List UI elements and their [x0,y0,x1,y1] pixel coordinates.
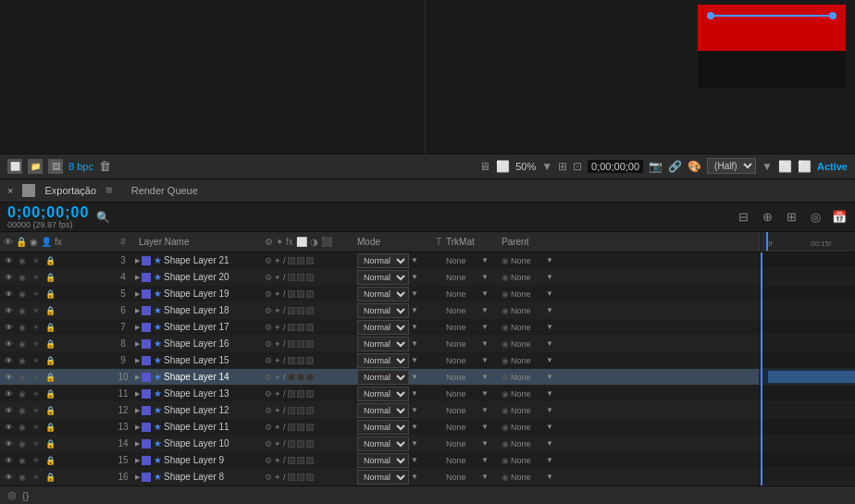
layer-fx-box3[interactable] [306,374,314,381]
parent-link-icon[interactable]: ◉ [502,406,509,415]
timeline-row[interactable] [759,369,855,386]
layer-fx-box3[interactable] [306,324,314,331]
layer-audio-icon[interactable]: ◉ [16,288,29,301]
expand-arrow-icon[interactable]: ▶ [135,374,140,381]
layer-fx-icon1[interactable]: ⚙ [265,289,272,299]
quality-dropdown-arrow[interactable]: ▼ [762,160,773,173]
trkmat-dropdown-arrow[interactable]: ▼ [481,356,489,364]
search-icon[interactable]: 🔍 [96,211,110,224]
layer-fx-box3[interactable] [306,407,314,414]
layer-visibility-icon[interactable]: 👁 [2,471,15,484]
timeline-row[interactable] [759,452,855,469]
timeline-row[interactable] [759,419,855,436]
layer-fx-icon2[interactable]: ✦ [274,423,281,432]
layer-fx-icon2[interactable]: ✦ [274,439,281,449]
layer-fx-box1[interactable] [288,324,295,331]
parent-dropdown-arrow[interactable]: ▼ [546,356,553,364]
comp-icon2[interactable]: 🔗 [668,160,682,173]
timeline-row[interactable] [759,269,855,286]
parent-link-icon[interactable]: ◉ [502,456,509,465]
parent-link-icon[interactable]: ◉ [502,373,509,382]
expand-arrow-icon[interactable]: ▶ [135,324,140,331]
hdr-eye-icon[interactable]: 👁 [4,237,13,247]
layer-mode-dropdown[interactable]: Normal [357,420,409,435]
parent-link-icon[interactable]: ◉ [502,423,509,432]
layer-solo-icon[interactable]: ☀ [30,404,43,417]
parent-link-icon[interactable]: ◉ [502,289,509,299]
layer-lock-icon[interactable]: 🔒 [43,387,56,400]
layer-audio-icon[interactable]: ◉ [16,371,29,384]
parent-dropdown-arrow[interactable]: ▼ [546,423,553,431]
hdr-effect-icon[interactable]: fx [55,237,62,247]
tl-button-3[interactable]: ⊞ [783,209,799,226]
layer-fx-box1[interactable] [288,473,295,481]
layer-fx-icon1[interactable]: ⚙ [265,306,272,315]
toolbar-icon-1[interactable]: ⬜ [7,159,22,174]
layer-fx-icon2[interactable]: ✦ [274,289,281,299]
expand-arrow-icon[interactable]: ▶ [135,307,140,314]
parent-link-icon[interactable]: ◉ [502,389,509,399]
layer-fx-box3[interactable] [306,473,314,481]
view-icon-1[interactable]: ⬜ [778,160,792,173]
layer-solo-icon[interactable]: ☀ [30,338,43,350]
layer-fx-icon1[interactable]: ⚙ [265,389,272,399]
view-icon-2[interactable]: ⬜ [798,160,812,173]
layer-fx-box2[interactable] [297,324,304,331]
trkmat-dropdown-arrow[interactable]: ▼ [481,339,489,348]
layer-audio-icon[interactable]: ◉ [16,304,29,317]
layer-fx-icon2[interactable]: ✦ [274,473,281,482]
layer-visibility-icon[interactable]: 👁 [2,354,15,367]
trkmat-dropdown-arrow[interactable]: ▼ [481,473,489,481]
layer-visibility-icon[interactable]: 👁 [2,404,15,417]
tl-button-4[interactable]: ◎ [807,209,824,226]
parent-link-icon[interactable]: ◉ [502,339,509,349]
layer-lock-icon[interactable]: 🔒 [43,437,56,450]
layer-fx-box2[interactable] [297,424,304,431]
parent-dropdown-arrow[interactable]: ▼ [546,406,553,414]
layer-fx-icon1[interactable]: ⚙ [265,256,272,265]
layer-visibility-icon[interactable]: 👁 [2,437,15,450]
preview-icon[interactable]: ⬜ [496,160,510,173]
parent-dropdown-arrow[interactable]: ▼ [546,473,553,481]
layer-lock-icon[interactable]: 🔒 [43,454,56,467]
layer-fx-box3[interactable] [306,424,314,431]
layer-mode-dropdown[interactable]: Normal [357,253,409,268]
hdr-shy-icon[interactable]: 👤 [41,237,52,247]
timeline-row[interactable] [759,469,855,486]
layer-fx-box1[interactable] [288,407,295,414]
layer-lock-icon[interactable]: 🔒 [43,471,56,484]
layer-lock-icon[interactable]: 🔒 [43,354,56,367]
parent-dropdown-arrow[interactable]: ▼ [546,456,553,464]
layer-fx-box1[interactable] [288,290,295,298]
render-queue-label[interactable]: Render Queue [131,185,198,196]
layer-fx-box2[interactable] [297,407,304,414]
tl-button-1[interactable]: ⊟ [735,209,751,226]
layer-visibility-icon[interactable]: 👁 [2,304,15,317]
layer-fx-box2[interactable] [297,390,304,398]
layer-visibility-icon[interactable]: 👁 [2,288,15,301]
layer-audio-icon[interactable]: ◉ [16,254,29,267]
layer-audio-icon[interactable]: ◉ [16,271,29,284]
layer-lock-icon[interactable]: 🔒 [43,304,56,317]
trkmat-dropdown-arrow[interactable]: ▼ [481,373,489,381]
parent-link-icon[interactable]: ◉ [502,256,509,265]
layer-solo-icon[interactable]: ☀ [30,354,43,367]
layer-fx-box3[interactable] [306,274,314,281]
trkmat-dropdown-arrow[interactable]: ▼ [481,323,489,331]
layer-mode-dropdown[interactable]: Normal [357,320,409,335]
expand-arrow-icon[interactable]: ▶ [135,290,140,298]
expand-arrow-icon[interactable]: ▶ [135,473,140,481]
layer-mode-dropdown[interactable]: Normal [357,370,409,385]
layer-fx-icon2[interactable]: ✦ [274,323,281,332]
layer-fx-icon2[interactable]: ✦ [274,256,281,265]
parent-link-icon[interactable]: ◉ [502,473,509,482]
layer-fx-icon1[interactable]: ⚙ [265,423,272,432]
parent-dropdown-arrow[interactable]: ▼ [546,439,553,448]
timeline-row[interactable] [759,252,855,269]
layer-fx-icon1[interactable]: ⚙ [265,373,272,382]
trkmat-dropdown-arrow[interactable]: ▼ [481,306,489,314]
layer-fx-box2[interactable] [297,274,304,281]
trkmat-dropdown-arrow[interactable]: ▼ [481,439,489,448]
layer-visibility-icon[interactable]: 👁 [2,271,15,284]
trkmat-dropdown-arrow[interactable]: ▼ [481,389,489,398]
